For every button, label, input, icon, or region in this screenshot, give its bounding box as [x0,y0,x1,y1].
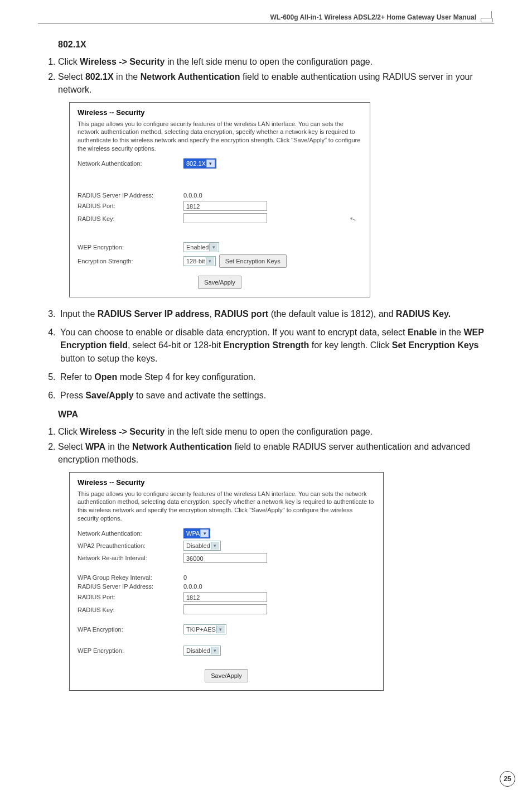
save-apply-button[interactable]: Save/Apply [198,276,241,289]
wep-encryption-label: WEP Encryption: [78,647,183,654]
set-encryption-keys-button[interactable]: Set Encryption Keys [219,254,287,268]
radius-key-label: RADIUS Key: [78,607,183,613]
radius-port-label: RADIUS Port: [78,594,183,600]
section-heading-wpa: WPA [58,410,494,420]
chevron-down-icon: ▾ [206,257,214,265]
radius-key-input[interactable] [183,213,267,223]
wpa2-preauth-label: WPA2 Preauthentication: [78,542,183,549]
step-6: Press Save/Apply to save and activate th… [58,389,494,402]
network-auth-select[interactable]: 802.1X ▾ [183,158,216,169]
save-apply-button[interactable]: Save/Apply [205,669,248,682]
radius-ip-label: RADIUS Server IP Address: [78,192,183,199]
page-header: WL-600g All-in-1 Wireless ADSL2/2+ Home … [38,13,494,24]
wpa-step-1: Click Wireless -> Security in the left s… [58,425,494,438]
radius-ip-value: 0.0.0.0 [183,192,202,199]
radius-key-input[interactable] [183,604,267,614]
steps-8021x-bottom: Input the RADIUS Server IP address, RADI… [38,307,494,402]
step-4: You can choose to enable or disable data… [58,326,494,365]
radius-port-input[interactable]: 1812 [183,592,267,602]
screenshot-wpa: Wireless -- Security This page allows yo… [69,472,384,691]
steps-wpa-top: Click Wireless -> Security in the left s… [38,425,494,466]
dialog-description: This page allows you to configure securi… [78,120,362,153]
dialog-title: Wireless -- Security [78,108,362,117]
encryption-strength-select[interactable]: 128-bit ▾ [183,256,216,266]
radius-port-input[interactable]: 1812 [183,201,267,211]
reauth-interval-label: Network Re-auth Interval: [78,555,183,561]
wpa-encryption-select[interactable]: TKIP+AES ▾ [183,624,226,634]
header-title: WL-600g All-in-1 Wireless ADSL2/2+ Home … [270,13,476,21]
chevron-down-icon: ▾ [211,542,219,550]
page-number: 25 [500,771,515,787]
network-auth-select[interactable]: WPA ▾ [183,528,210,538]
router-icon [481,13,494,22]
wpa-step-2: Select WPA in the Network Authentication… [58,440,494,466]
radius-key-label: RADIUS Key: [78,215,183,222]
wep-encryption-select[interactable]: Enabled ▾ [183,242,219,252]
screenshot-8021x: Wireless -- Security This page allows yo… [69,102,370,297]
chevron-down-icon: ▾ [206,160,215,167]
radius-ip-value: 0.0.0.0 [183,583,202,590]
group-rekey-value: 0 [183,574,187,581]
dialog-description: This page allows you to configure securi… [78,490,375,523]
step-3: Input the RADIUS Server IP address, RADI… [58,307,494,320]
wpa2-preauth-select[interactable]: Disabled ▾ [183,541,221,551]
group-rekey-label: WPA Group Rekey Interval: [78,574,183,581]
chevron-down-icon: ▾ [209,243,217,251]
radius-port-label: RADIUS Port: [78,203,183,209]
reauth-interval-input[interactable]: 36000 [183,553,267,563]
chevron-down-icon: ▾ [216,625,225,633]
step-5: Refer to Open mode Step 4 for key config… [58,370,494,383]
wpa-encryption-label: WPA Encryption: [78,626,183,633]
step-2: Select 802.1X in the Network Authenticat… [58,70,494,96]
step-1: Click Wireless -> Security in the left s… [58,55,494,68]
network-auth-label: Network Authentication: [78,530,183,537]
network-auth-label: Network Authentication: [78,160,183,167]
section-heading-8021x: 802.1X [58,40,494,50]
chevron-down-icon: ▾ [200,530,209,537]
wep-encryption-select[interactable]: Disabled ▾ [183,646,221,656]
wep-encryption-label: WEP Encryption: [78,244,183,251]
chevron-down-icon: ▾ [211,647,219,654]
dialog-title: Wireless -- Security [78,478,375,487]
encryption-strength-label: Encryption Strength: [78,258,183,264]
steps-8021x-top: Click Wireless -> Security in the left s… [38,55,494,97]
radius-ip-label: RADIUS Server IP Address: [78,583,183,590]
